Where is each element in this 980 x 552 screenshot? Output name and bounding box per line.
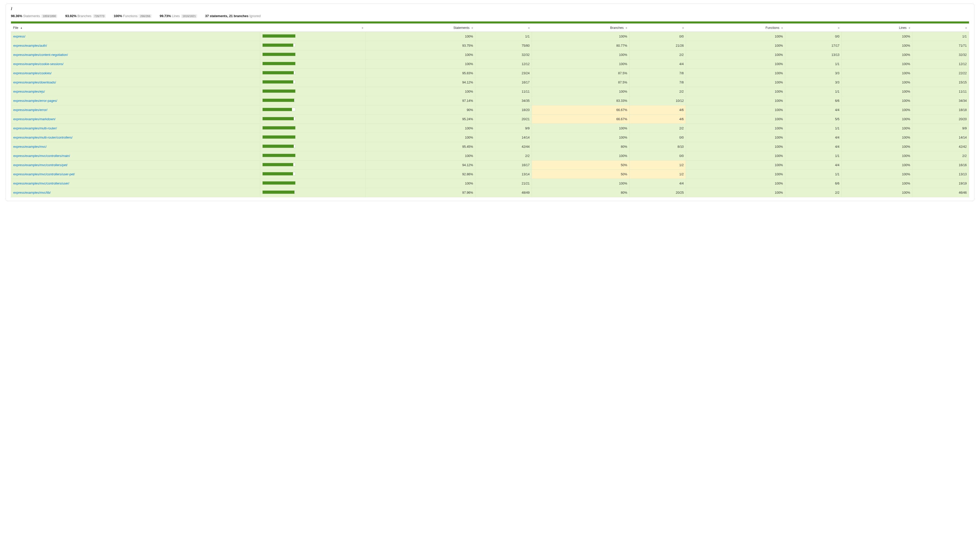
col-statements[interactable]: Statements ◆ [366,24,475,32]
col-file-sort[interactable]: ◆ [260,24,366,32]
lines-frac: 22/22 [912,68,969,78]
coverage-report: / 98.36% Statements 1859/1890 93.92% Bra… [6,3,974,201]
file-link[interactable]: express/examples/markdown/ [13,118,56,121]
file-link[interactable]: express/examples/mvc/controllers/pet/ [13,163,68,167]
file-cell: express/examples/mvc/controllers/pet/ [11,161,260,170]
col-functions[interactable]: Functions ◆ [686,24,785,32]
statements-frac: 34/35 [475,96,532,105]
table-row: express/examples/cookies/95.83%23/2487.5… [11,68,969,78]
file-cell: express/examples/auth/ [11,41,260,50]
file-link[interactable]: express/examples/mvc/controllers/main/ [13,154,70,158]
table-row: express/examples/error/90%18/2066.67%4/6… [11,105,969,115]
col-statements-label: Statements [453,26,469,30]
file-link[interactable]: express/examples/cookies/ [13,72,52,75]
file-link[interactable]: express/examples/mvc/controllers/user-pe… [13,172,75,176]
branches-frac: 0/0 [629,32,686,41]
file-link[interactable]: express/examples/error-pages/ [13,99,57,103]
col-statements-frac[interactable]: ◆ [475,24,532,32]
bar-cell [260,179,366,188]
file-link[interactable]: express/examples/multi-router/ [13,127,57,130]
functions-frac: 1/1 [785,151,842,161]
statements-pct: 100% [366,32,475,41]
functions-pct: 100% [686,142,785,151]
col-file[interactable]: File ▲ [11,24,260,32]
file-link[interactable]: express/examples/cookie-sessions/ [13,62,64,66]
col-functions-label: Functions [765,26,780,30]
statements-pct: 90% [366,105,475,115]
file-link[interactable]: express/ [13,35,25,38]
lines-frac: 20/20 [912,115,969,124]
statements-frac: 11/11 [475,87,532,96]
summary-ignored-label: Ignored [249,14,261,18]
file-link[interactable]: express/examples/mvc/controllers/user/ [13,182,69,185]
coverage-bar [262,34,296,38]
file-cell: express/examples/multi-router/ [11,124,260,133]
file-cell: express/examples/downloads/ [11,78,260,87]
table-row: express/examples/mvc/controllers/user-pe… [11,170,969,179]
lines-frac: 13/13 [912,170,969,179]
statements-frac: 14/14 [475,133,532,142]
branches-pct: 100% [532,50,629,59]
summary-statements-frac: 1859/1890 [41,14,57,18]
file-link[interactable]: express/examples/auth/ [13,44,47,48]
file-cell: express/examples/ejs/ [11,87,260,96]
coverage-bar-fill [262,163,293,166]
file-cell: express/examples/error/ [11,105,260,115]
col-branches-frac[interactable]: ◆ [629,24,686,32]
lines-frac: 2/2 [912,151,969,161]
summary-ignored: 37 statements, 21 branches Ignored [205,14,261,18]
branches-frac: 2/2 [629,87,686,96]
functions-pct: 100% [686,59,785,68]
branches-pct: 80% [532,142,629,151]
file-link[interactable]: express/examples/content-negotiation/ [13,53,68,57]
coverage-bar-fill [262,99,294,102]
coverage-bar-fill [262,71,294,74]
lines-pct: 100% [842,50,912,59]
file-link[interactable]: express/examples/mvc/ [13,145,47,148]
lines-pct: 100% [842,32,912,41]
statements-pct: 94.12% [366,161,475,170]
summary-branches-pct: 93.92% [65,14,76,18]
branches-frac: 2/2 [629,124,686,133]
statements-frac: 2/2 [475,151,532,161]
branches-frac: 0/0 [629,151,686,161]
branches-frac: 4/6 [629,105,686,115]
statements-pct: 100% [366,50,475,59]
lines-frac: 12/12 [912,59,969,68]
summary-lines-pct: 99.73% [160,14,171,18]
lines-frac: 15/15 [912,78,969,87]
lines-pct: 100% [842,170,912,179]
statements-frac: 32/32 [475,50,532,59]
bar-cell [260,142,366,151]
branches-pct: 80% [532,188,629,197]
summary-branches-frac: 726/773 [93,14,106,18]
coverage-bar [262,71,296,75]
summary-bar: 98.36% Statements 1859/1890 93.92% Branc… [6,14,974,21]
coverage-bar [262,80,296,84]
functions-pct: 100% [686,87,785,96]
branches-frac: 8/10 [629,142,686,151]
functions-frac: 3/3 [785,68,842,78]
file-link[interactable]: express/examples/error/ [13,108,48,112]
file-link[interactable]: express/examples/ejs/ [13,90,45,94]
statements-frac: 42/44 [475,142,532,151]
col-lines-frac[interactable]: ◆ [912,24,969,32]
sort-icon: ◆ [781,27,783,29]
statements-frac: 20/21 [475,115,532,124]
coverage-bar-fill [262,172,293,175]
file-link[interactable]: express/examples/multi-router/controller… [13,136,73,139]
branches-frac: 4/6 [629,115,686,124]
file-link[interactable]: express/examples/downloads/ [13,81,56,84]
functions-frac: 4/4 [785,142,842,151]
col-lines[interactable]: Lines ◆ [842,24,912,32]
statements-pct: 95.45% [366,142,475,151]
branches-frac: 21/26 [629,41,686,50]
coverage-bar [262,126,296,130]
col-functions-frac[interactable]: ◆ [785,24,842,32]
file-link[interactable]: express/examples/mvc/lib/ [13,191,51,194]
summary-statements-pct: 98.36% [11,14,22,18]
branches-pct: 87.5% [532,78,629,87]
file-cell: express/ [11,32,260,41]
col-branches[interactable]: Branches ◆ [532,24,629,32]
lines-frac: 32/32 [912,50,969,59]
